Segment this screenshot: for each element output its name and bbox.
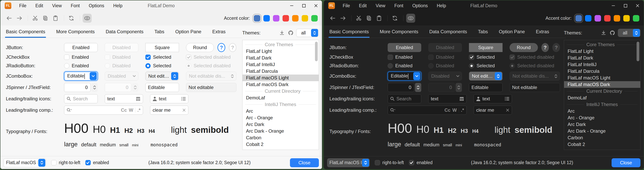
match-case-button[interactable]: Cc [444,107,450,113]
refresh-button[interactable] [390,14,399,23]
tab-option-pane[interactable]: Option Pane [499,26,525,38]
menu-help[interactable]: Help [437,3,446,9]
theme-item[interactable]: Arc [564,108,640,114]
enabled-button[interactable]: Enabled [388,43,421,52]
download-icon[interactable] [601,30,606,35]
square-button[interactable]: Square [145,43,179,52]
theme-item[interactable]: FlatLaf Dark [242,55,319,61]
menu-font[interactable]: Font [394,3,403,9]
combobox-updown-arrows[interactable] [362,159,369,167]
accent-swatch-purple[interactable] [594,15,601,22]
tab-extras[interactable]: Extras [212,26,226,38]
regex-button[interactable]: .* [461,107,464,113]
theme-item[interactable]: Arc - Orange [242,114,319,121]
textfield-editable[interactable]: Editable [469,83,502,92]
combobox-editable[interactable]: Editable [388,72,421,81]
back-button[interactable] [5,14,14,23]
tab-tabs[interactable]: Tabs [478,26,488,38]
accent-swatch-yellow[interactable] [623,15,630,22]
cut-button[interactable] [31,14,40,23]
tab-data-components[interactable]: Data Components [429,26,467,38]
accent-swatch-blue[interactable] [585,15,592,22]
accent-swatch-green[interactable] [633,15,639,22]
accent-swatch-default[interactable] [254,15,260,22]
clearable-field[interactable]: clear me [474,106,512,115]
menu-font[interactable]: Font [71,3,80,9]
tab-basic-components[interactable]: Basic Components [6,26,45,38]
spinner-arrows[interactable] [92,83,98,92]
checkbox-selected[interactable] [145,55,151,60]
accent-swatch-blue[interactable] [264,15,270,22]
combobox-arrow-button[interactable] [90,72,97,80]
theme-item-macos-dark[interactable]: FlatLaf macOS Dark [242,81,319,88]
menu-file[interactable]: File [343,3,350,9]
scrollbar-thumb[interactable] [315,42,318,61]
tab-more-components[interactable]: More Components [380,26,418,38]
github-icon[interactable] [288,30,294,36]
refresh-button[interactable] [67,14,76,23]
date-field[interactable]: text [428,94,466,103]
theme-item-macos-light[interactable]: FlatLaf macOS Light [242,75,319,81]
close-button[interactable]: Close [290,158,319,167]
close-window-button[interactable] [310,1,322,11]
enabled-checkbox-box[interactable] [86,160,91,165]
accent-swatch-orange[interactable] [614,15,620,22]
theme-item[interactable]: FlatLaf Light [564,48,640,55]
menu-file[interactable]: File [19,3,26,9]
menu-options[interactable]: Options [412,3,428,9]
clear-x-icon[interactable] [506,108,510,112]
tab-option-pane[interactable]: Option Pane [175,26,201,38]
search-field[interactable]: Search [388,94,421,103]
theme-item[interactable]: FlatLaf Light [242,48,319,55]
theme-item-macos-light[interactable]: FlatLaf macOS Light [564,75,640,81]
search-field[interactable]: Search [64,94,98,103]
maximize-button[interactable] [298,1,310,11]
search-with-options-field[interactable]: Cc W .* [388,106,466,115]
date-field[interactable]: text [105,94,143,103]
menu-options[interactable]: Options [89,3,104,9]
forward-button[interactable] [15,14,24,23]
theme-item[interactable]: FlatLaf Darcula [564,68,640,75]
radio-selected[interactable] [145,63,151,68]
accent-swatch-red[interactable] [604,15,610,22]
show-hidden-toggle-button[interactable] [83,14,92,23]
theme-item[interactable]: Arc Dark [242,121,319,128]
theme-item[interactable]: FlatLaf Dark [564,55,640,61]
tab-basic-components[interactable]: Basic Components [330,26,369,38]
scrollbar-thumb[interactable] [636,42,639,61]
theme-item[interactable]: Arc - Orange [564,114,640,121]
spinner[interactable]: 0 [64,83,98,92]
paste-button[interactable] [51,14,60,23]
round-button[interactable]: Round [186,43,214,52]
spinner-value[interactable]: 0 [388,83,414,92]
theme-item[interactable]: Cobalt 2 [564,141,640,148]
combobox-not-editable[interactable]: Not editable [145,72,179,81]
accent-swatch-purple[interactable] [273,15,280,22]
spinner[interactable]: 0 [388,83,421,92]
checkbox-enabled[interactable] [388,55,393,60]
combobox-updown-arrows[interactable] [495,72,502,80]
theme-selector-combobox[interactable]: FlatLaf macOS D... [327,158,370,167]
theme-item[interactable]: Cobalt 2 [242,141,319,148]
theme-item[interactable]: Arc Dark [564,121,640,128]
help-button[interactable]: ? [542,43,549,52]
enabled-checkbox[interactable]: enabled [409,160,432,165]
help-button[interactable]: ? [218,43,225,52]
tab-more-components[interactable]: More Components [56,26,94,38]
square-button[interactable]: Square [469,43,502,52]
radio-enabled[interactable] [388,63,393,68]
menu-view[interactable]: View [52,3,62,9]
cut-button[interactable] [354,14,363,23]
combobox-updown-arrows[interactable] [38,159,45,167]
paste-button[interactable] [374,14,384,23]
theme-selector-combobox[interactable]: FlatLaf macOS Li... [4,158,46,167]
combobox-updown-arrows[interactable] [311,29,318,37]
theme-filter-combobox[interactable]: all [618,29,640,37]
tab-data-components[interactable]: Data Components [106,26,144,38]
right-to-left-checkbox[interactable]: right-to-left [51,160,80,165]
theme-item[interactable]: Arc Dark - Orange [564,128,640,134]
enabled-checkbox-box[interactable] [409,160,414,165]
enabled-button[interactable]: Enabled [64,43,98,52]
combobox-not-editable[interactable]: Not editable [469,72,502,81]
show-hidden-toggle-button[interactable] [406,14,415,23]
